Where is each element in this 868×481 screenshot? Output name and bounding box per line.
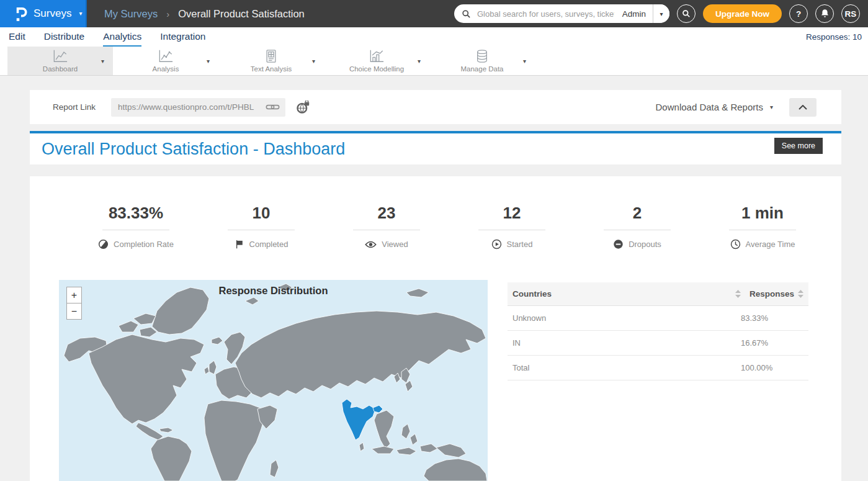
page-title-bar: Overall Product Satisfaction - Dashboard xyxy=(30,133,841,164)
chevron-down-icon[interactable]: ▾ xyxy=(418,58,421,65)
line-chart-icon xyxy=(53,49,68,63)
half-circle-icon xyxy=(98,239,109,249)
breadcrumb-separator: › xyxy=(166,9,169,19)
tab-edit[interactable]: Edit xyxy=(9,27,25,47)
clock-icon xyxy=(730,239,741,249)
survey-section-tabs: Edit Distribute Analytics Integration Re… xyxy=(0,27,868,47)
chevron-down-icon: ▾ xyxy=(79,11,82,17)
surveys-product-menu[interactable]: Surveys ▾ xyxy=(0,0,87,27)
map-title: Response Distribution xyxy=(59,285,488,297)
user-avatar[interactable]: RS xyxy=(841,4,860,23)
breadcrumb: My Surveys › Overall Product Satisfactio… xyxy=(104,8,305,20)
questionpro-logo-icon xyxy=(15,6,27,22)
tab-integration[interactable]: Integration xyxy=(160,27,205,47)
advanced-search-button[interactable] xyxy=(677,4,696,23)
sort-icon[interactable] xyxy=(735,290,741,298)
chevron-up-icon xyxy=(799,105,807,110)
countries-table-header: Countries Responses xyxy=(508,282,808,306)
bars-line-chart-icon xyxy=(369,49,384,63)
table-row: Unknown 83.33% xyxy=(508,306,808,331)
table-row: IN 16.67% xyxy=(508,331,808,356)
tab-analytics[interactable]: Analytics xyxy=(103,27,141,47)
chevron-down-icon[interactable]: ▾ xyxy=(523,58,526,65)
toolbar-item-dashboard[interactable]: Dashboard ▾ xyxy=(7,47,113,75)
tab-distribute[interactable]: Distribute xyxy=(44,27,84,47)
eye-icon xyxy=(365,240,377,249)
dashboard-panel: 83.33% Completion Rate 10 Completed 23 V… xyxy=(30,176,841,481)
table-row: Total 100.00% xyxy=(508,356,808,380)
stat-average-time: 1 min Average Time xyxy=(700,204,825,249)
analytics-toolbar: Dashboard ▾ Analysis ▾ Text Analysis ▾ C… xyxy=(0,47,868,76)
country-india-highlight xyxy=(342,399,375,440)
dashboard-content: Report Link Download Data & Reports ▾ Se… xyxy=(0,90,868,481)
minus-circle-icon xyxy=(613,239,624,249)
product-label: Surveys xyxy=(34,7,71,20)
toolbar-item-text-analysis[interactable]: Text Analysis ▾ xyxy=(218,47,324,75)
topbar-actions: Admin ▾ Upgrade Now ? RS xyxy=(454,4,868,23)
stat-completion-rate: 83.33% Completion Rate xyxy=(73,204,199,249)
stat-completed: 10 Completed xyxy=(199,204,324,249)
breadcrumb-my-surveys[interactable]: My Surveys xyxy=(104,8,158,20)
chevron-down-icon[interactable]: ▾ xyxy=(207,58,210,65)
toolbar-item-analysis[interactable]: Analysis ▾ xyxy=(113,47,218,75)
toolbar-item-choice-modelling[interactable]: Choice Modelling ▾ xyxy=(324,47,429,75)
chevron-down-icon: ▾ xyxy=(770,104,773,110)
line-chart-points-icon xyxy=(158,49,173,63)
chain-link-icon[interactable] xyxy=(266,103,280,111)
search-icon xyxy=(462,9,471,19)
top-navbar: Surveys ▾ My Surveys › Overall Product S… xyxy=(0,0,868,27)
global-search: Admin ▾ xyxy=(454,4,669,23)
report-link-label: Report Link xyxy=(53,102,96,112)
countries-table: Countries Responses Unknown 83.33% IN 16… xyxy=(508,282,808,481)
search-scope-label[interactable]: Admin xyxy=(615,9,653,19)
collapse-panel-button[interactable] xyxy=(789,98,817,117)
breadcrumb-current-survey: Overall Product Satisfaction xyxy=(178,8,305,20)
document-grid-icon xyxy=(264,49,278,63)
report-link-bar: Report Link Download Data & Reports ▾ xyxy=(30,90,841,124)
stat-viewed: 23 Viewed xyxy=(324,204,449,249)
flag-icon xyxy=(235,239,244,249)
upgrade-now-button[interactable]: Upgrade Now xyxy=(703,4,782,23)
map-zoom-in-button[interactable]: + xyxy=(66,287,82,303)
report-url-field xyxy=(111,98,285,117)
responses-count: Responses: 10 xyxy=(806,32,868,42)
see-more-tooltip: See more xyxy=(774,138,823,154)
search-scope-dropdown[interactable]: ▾ xyxy=(653,4,669,23)
toolbar-item-manage-data[interactable]: Manage Data ▾ xyxy=(429,47,535,75)
countries-column-header[interactable]: Countries xyxy=(512,289,552,299)
map-zoom-out-button[interactable]: − xyxy=(66,303,82,320)
stat-started: 12 Started xyxy=(449,204,575,249)
world-map[interactable] xyxy=(59,280,488,481)
response-distribution-map: Response Distribution + − xyxy=(59,280,488,481)
report-url-input[interactable] xyxy=(117,102,266,112)
map-zoom-controls: + − xyxy=(66,287,82,320)
stat-dropouts: 2 Dropouts xyxy=(575,204,700,249)
play-circle-icon xyxy=(491,239,502,249)
page-title: Overall Product Satisfaction - Dashboard xyxy=(42,140,345,159)
chevron-down-icon[interactable]: ▾ xyxy=(101,58,104,65)
chevron-down-icon[interactable]: ▾ xyxy=(312,58,315,65)
responses-column-header[interactable]: Responses xyxy=(749,289,794,299)
download-data-reports-menu[interactable]: Download Data & Reports ▾ xyxy=(656,102,773,112)
geo-section: Response Distribution + − xyxy=(30,280,841,481)
sort-icon[interactable] xyxy=(798,290,803,298)
globe-lock-icon[interactable] xyxy=(296,101,310,114)
search-input[interactable] xyxy=(476,9,615,19)
database-icon xyxy=(475,49,489,63)
survey-stats-row: 83.33% Completion Rate 10 Completed 23 V… xyxy=(30,204,841,249)
notifications-button[interactable] xyxy=(815,4,834,23)
help-button[interactable]: ? xyxy=(789,4,808,23)
